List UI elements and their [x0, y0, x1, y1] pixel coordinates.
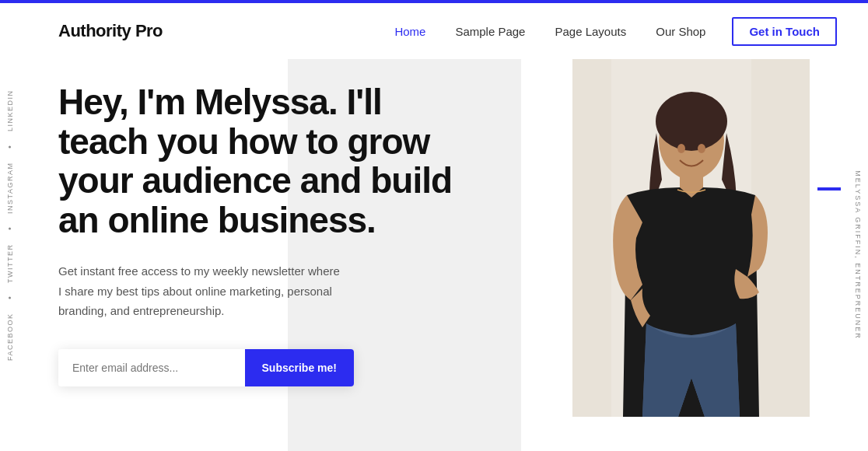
subscribe-button[interactable]: Subscribe me!	[245, 349, 354, 386]
email-input[interactable]	[58, 349, 245, 386]
right-side-label: MELYSSA GRIFFIN, ENTREPREUNER	[854, 170, 868, 339]
hero-subtext: Get instant free access to my weekly new…	[58, 261, 346, 321]
nav-sample-page[interactable]: Sample Page	[444, 20, 536, 43]
social-twitter[interactable]: Twitter	[6, 243, 14, 283]
nav-home[interactable]: Home	[383, 20, 436, 43]
header: Authority Pro Home Sample Page Page Layo…	[0, 3, 868, 59]
svg-point-6	[698, 144, 705, 153]
side-social-bar: LinkedIn Instagram Twitter Facebook	[0, 90, 14, 362]
nav-get-in-touch[interactable]: Get in Touch	[732, 17, 837, 46]
nav-page-layouts[interactable]: Page Layouts	[544, 20, 637, 43]
svg-point-5	[677, 144, 685, 153]
photo-placeholder	[572, 59, 810, 417]
hero-photo	[572, 59, 810, 417]
social-instagram[interactable]: Instagram	[6, 162, 14, 213]
social-separator-1	[6, 145, 14, 148]
social-linkedin[interactable]: LinkedIn	[6, 90, 14, 132]
hero-section: Hey, I'm Melyssa. I'll teach you how to …	[58, 82, 463, 386]
social-separator-2	[6, 227, 14, 229]
main-content: Hey, I'm Melyssa. I'll teach you how to …	[0, 59, 868, 451]
main-nav: Home Sample Page Page Layouts Our Shop G…	[383, 17, 837, 46]
svg-point-3	[656, 92, 727, 151]
person-illustration	[572, 59, 810, 417]
social-facebook[interactable]: Facebook	[6, 313, 14, 362]
hero-headline: Hey, I'm Melyssa. I'll teach you how to …	[58, 82, 463, 239]
blue-accent-line	[817, 187, 841, 191]
social-separator-3	[6, 297, 14, 299]
nav-our-shop[interactable]: Our Shop	[645, 20, 716, 43]
logo[interactable]: Authority Pro	[58, 21, 163, 41]
email-signup-form: Subscribe me!	[58, 349, 354, 386]
